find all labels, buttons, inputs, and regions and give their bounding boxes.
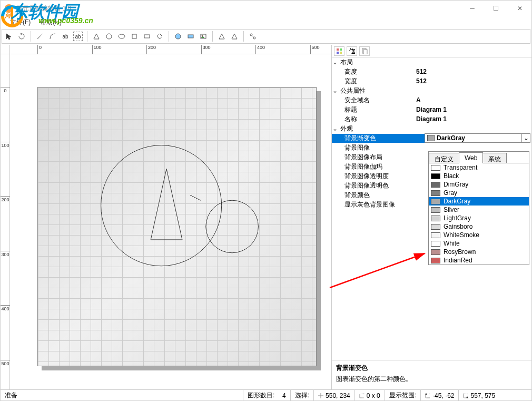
canvas-viewport[interactable] [10, 54, 331, 389]
rotate-tool[interactable] [17, 32, 26, 41]
svg-rect-4 [144, 35, 150, 38]
pointer-tool[interactable] [4, 32, 14, 41]
color-option-gray[interactable]: Gray [429, 189, 529, 197]
tab-custom[interactable]: 自定义 [429, 153, 459, 163]
svg-line-0 [37, 34, 43, 39]
property-description: 背景渐变色 图表渐变色的第二种颜色。 [332, 360, 531, 389]
color-option-indianred[interactable]: IndianRed [429, 256, 529, 265]
props-toolbar: AZ [332, 45, 531, 57]
color-list[interactable]: TransparentBlackDimGrayGrayDarkGraySilve… [429, 163, 529, 265]
color-value-text: DarkGray [437, 134, 521, 142]
category-appearance[interactable]: ⌄外观 [332, 124, 531, 133]
status-range2: 557, 575 [458, 390, 499, 401]
window-title: 图元属性编辑器 1.0 [16, 4, 527, 13]
color-swatch-icon [427, 135, 435, 141]
color-picker-popup: 自定义 Web 系统 TransparentBlackDimGrayGrayDa… [428, 151, 529, 265]
chevron-down-icon[interactable]: ⌄ [521, 134, 530, 142]
ellipse-tool[interactable] [117, 32, 126, 41]
ruler-corner [1, 45, 10, 54]
svg-rect-15 [340, 52, 342, 54]
color-tabs: 自定义 Web 系统 [429, 152, 529, 163]
shape-line[interactable] [190, 195, 201, 200]
rect-fill-tool[interactable] [186, 32, 195, 41]
prop-width[interactable]: 宽度512 [332, 76, 531, 86]
menu-file[interactable]: 文件(F) [10, 18, 31, 27]
svg-point-1 [106, 34, 112, 39]
color-option-white[interactable]: White [429, 239, 529, 248]
svg-rect-3 [132, 34, 136, 38]
svg-text:Z: Z [351, 48, 355, 54]
text2-tool[interactable]: ab [73, 32, 83, 41]
svg-rect-22 [360, 394, 364, 398]
color-option-silver[interactable]: Silver [429, 206, 529, 214]
diamond-tool[interactable] [155, 32, 164, 41]
svg-rect-19 [363, 50, 367, 54]
menu-help[interactable]: 帮助(H) [40, 18, 62, 27]
ruler-vertical: 0100200300400500 [1, 54, 10, 389]
prop-title[interactable]: 标题Diagram 1 [332, 105, 531, 114]
properties-panel: AZ ⌄布局 高度512 宽度512 ⌄公共属性 安全域名A 标题Diagram… [331, 45, 531, 389]
prop-name[interactable]: 名称Diagram 1 [332, 114, 531, 124]
svg-rect-14 [337, 52, 339, 54]
diagram[interactable] [37, 87, 317, 366]
menubar: 文件(F) 帮助(H) [1, 16, 531, 28]
svg-rect-6 [188, 35, 193, 38]
tab-system[interactable]: 系统 [482, 153, 507, 163]
triangle2-tool[interactable] [217, 32, 226, 41]
status-range: 显示范围: [385, 390, 420, 401]
canvas-area: 0100200300400500 0100200300400500 [1, 45, 331, 389]
prop-bg-gradient[interactable]: 背景渐变色 DarkGray ⌄ [332, 133, 531, 143]
close-button[interactable]: ✕ [508, 1, 531, 16]
line-tool[interactable] [35, 32, 45, 41]
prop-height[interactable]: 高度512 [332, 67, 531, 76]
shape-circle-large[interactable] [101, 145, 222, 266]
rect-tool[interactable] [142, 32, 152, 41]
properties-grid: ⌄布局 高度512 宽度512 ⌄公共属性 安全域名A 标题Diagram 1 … [332, 57, 531, 360]
circle-fill-tool[interactable] [173, 32, 183, 41]
color-option-whitesmoke[interactable]: WhiteSmoke [429, 231, 529, 239]
color-option-gainsboro[interactable]: Gainsboro [429, 222, 529, 231]
statusbar: 准备 图形数目: 4 选择: 550, 234 0 x 0 显示范围: -45,… [1, 389, 531, 401]
tab-web[interactable]: Web [459, 152, 483, 163]
color-value-cell[interactable]: DarkGray ⌄ [425, 133, 530, 143]
color-option-darkgray[interactable]: DarkGray [429, 197, 529, 206]
maximize-button[interactable]: ☐ [484, 1, 508, 16]
color-option-black[interactable]: Black [429, 172, 529, 180]
categorized-button[interactable] [334, 46, 344, 56]
workspace: 0100200300400500 0100200300400500 AZ ⌄布局… [1, 45, 531, 389]
desc-title: 背景渐变色 [336, 364, 527, 373]
toolbar: ab ab [2, 29, 530, 44]
svg-point-2 [119, 34, 125, 38]
app-icon [5, 4, 13, 13]
status-shape-count: 图形数目: 4 [243, 390, 290, 401]
status-selection: 选择: [290, 390, 313, 401]
svg-line-11 [252, 35, 254, 37]
ruler-horizontal: 0100200300400500 [10, 45, 331, 54]
titlebar: 图元属性编辑器 1.0 ─ ☐ ✕ [1, 1, 531, 16]
image-tool[interactable] [199, 32, 208, 41]
category-public[interactable]: ⌄公共属性 [332, 86, 531, 95]
arc-tool[interactable] [48, 32, 57, 41]
shape-circle-small[interactable] [206, 200, 259, 253]
svg-point-5 [175, 34, 181, 39]
color-option-dimgray[interactable]: DimGray [429, 180, 529, 189]
shapes-layer [38, 87, 316, 366]
svg-point-24 [426, 393, 427, 395]
svg-point-26 [467, 396, 468, 398]
square-tool[interactable] [130, 32, 139, 41]
minimize-button[interactable]: ─ [460, 1, 484, 16]
color-option-lightgray[interactable]: LightGray [429, 214, 529, 222]
status-size: 0 x 0 [354, 390, 385, 401]
prop-domain[interactable]: 安全域名A [332, 95, 531, 105]
shape-triangle[interactable] [151, 169, 182, 239]
pages-button[interactable] [359, 46, 370, 56]
text-tool[interactable]: ab [61, 32, 70, 41]
link-tool[interactable] [248, 32, 258, 41]
triangle3-tool[interactable] [230, 32, 239, 41]
category-layout[interactable]: ⌄布局 [332, 57, 531, 67]
color-option-rosybrown[interactable]: RosyBrown [429, 248, 529, 256]
color-option-transparent[interactable]: Transparent [429, 163, 529, 172]
triangle-tool[interactable] [92, 32, 101, 41]
circle-tool[interactable] [104, 32, 114, 41]
alphabetical-button[interactable]: AZ [347, 46, 357, 56]
